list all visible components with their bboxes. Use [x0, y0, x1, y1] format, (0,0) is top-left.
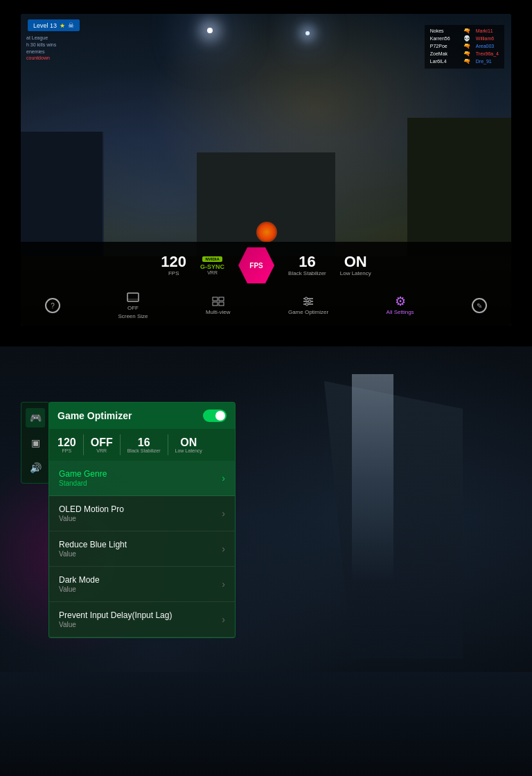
player-name-5: Lar6IL4: [430, 59, 458, 64]
edit-menu-item[interactable]: ✎: [472, 298, 487, 313]
multiview-icon: [211, 296, 225, 307]
waterfall-element: [352, 374, 393, 582]
screen-size-label: Screen Size: [118, 313, 148, 319]
score-row-1: Nokes 🔫 Marki11: [430, 28, 499, 34]
svg-point-8: [305, 297, 308, 300]
score-row-4: ZoeMak 🔫 Trex96a_4: [430, 51, 499, 57]
mini-fps-value: 120: [57, 437, 76, 448]
toggle-switch[interactable]: [203, 409, 227, 422]
black-stabilizer-stat: 16 Black Stabilizer: [288, 254, 326, 276]
edit-icon: ✎: [472, 298, 487, 313]
score-row-5: Lar6IL4 🔫 Dre_91: [430, 58, 499, 64]
player-score-3: Area003: [476, 44, 494, 48]
help-icon: ?: [45, 298, 60, 313]
blue-light-name: Reduce Blue Light: [59, 540, 127, 549]
panel-header: Game Optimizer: [49, 403, 235, 429]
genre-chevron: ›: [222, 473, 225, 484]
fps-label: FPS: [168, 270, 179, 276]
menu-item-input-lag-text: Prevent Input Delay(Input Lag) Value: [59, 610, 172, 628]
dark-mode-chevron: ›: [222, 579, 225, 590]
score-row-3: P72Poe 🔫 Area003: [430, 43, 499, 49]
genre-name: Game Genre: [59, 469, 107, 479]
player-score-4: Trex96a_4: [476, 51, 499, 56]
menu-item-input-lag[interactable]: Prevent Input Delay(Input Lag) Value ›: [49, 602, 235, 637]
mini-fps-label: FPS: [62, 448, 72, 453]
black-stab-value: 16: [299, 254, 315, 270]
ground-2: [0, 672, 532, 776]
screen-size-menu-item[interactable]: OFF Screen Size: [118, 292, 148, 319]
gun-icon-3: 🔫: [463, 43, 470, 49]
player-name-3: P72Poe: [430, 44, 458, 48]
mini-vrr-stat: OFF VRR: [91, 437, 113, 453]
menu-item-dark-mode-text: Dark Mode Value: [59, 575, 100, 593]
fps-hex-button[interactable]: FPS: [238, 247, 274, 283]
settings-menu-item[interactable]: ⚙ All Settings: [387, 296, 414, 315]
fps-hex-label: FPS: [249, 262, 263, 270]
gsync-sub: VRR: [207, 270, 218, 275]
optimizer-menu: Game Genre Standard › OLED Motion Pro Va…: [49, 461, 235, 637]
sidebar-gamepad-icon[interactable]: 🎮: [26, 408, 45, 427]
mini-blackstab-label: Black Stabilizer: [127, 448, 161, 453]
menu-item-dark-mode[interactable]: Dark Mode Value ›: [49, 567, 235, 602]
menu-item-blue-light-text: Reduce Blue Light Value: [59, 540, 127, 558]
gun-icon-1: 🔫: [463, 28, 470, 34]
mini-fps-stat: 120 FPS: [57, 437, 76, 453]
mini-blackstab-value: 16: [138, 437, 150, 448]
menu-item-game-genre[interactable]: Game Genre Standard ›: [49, 461, 235, 496]
sidebar-icons: 🎮 ▣ 🔊: [21, 402, 50, 484]
black-stab-label: Black Stabilizer: [288, 270, 326, 276]
svg-point-10: [305, 303, 308, 306]
player-name-2: Karren56: [430, 36, 458, 41]
blue-light-chevron: ›: [222, 543, 225, 554]
latency-label: Low Latency: [340, 270, 371, 276]
mini-latency-label: Low Latency: [175, 448, 202, 453]
latency-value: ON: [344, 254, 367, 270]
fps-value: 120: [161, 254, 186, 270]
scoreboard: Nokes 🔫 Marki11 Karren56 💀 William6 P72P…: [425, 25, 504, 69]
star-icon: ★: [60, 22, 65, 29]
muzzle-flash: [256, 222, 277, 242]
toggle-knob: [215, 411, 225, 421]
settings-icon: ⚙: [393, 296, 407, 307]
hud-level-badge: Level 13 ★ ☠: [28, 19, 80, 31]
mini-latency-stat: ON Low Latency: [175, 437, 202, 453]
help-menu-item[interactable]: ?: [45, 298, 60, 313]
latency-stat: ON Low Latency: [340, 254, 371, 276]
bottom-menu-bar: ? OFF Screen Size: [31, 289, 501, 322]
hud-top: Level 13 ★ ☠ Nokes 🔫 Marki11 Karren56 💀 …: [21, 19, 511, 31]
divider-3: [168, 434, 168, 455]
score-row-2: Karren56 💀 William6: [430, 35, 499, 42]
player-score-1: Marki11: [476, 28, 493, 33]
settings-label: All Settings: [387, 309, 414, 315]
stats-mini-bar: 120 FPS OFF VRR 16 Black Stabilizer ON L…: [49, 429, 235, 461]
gsync-badge: NVIDIA G-SYNC VRR: [200, 256, 224, 275]
hud-kills-text: h 30 kills wins: [26, 42, 56, 48]
game-screen: at League h 30 kills wins enemies countd…: [21, 14, 511, 326]
svg-rect-2: [219, 297, 224, 301]
optimizer-menu-item[interactable]: Game Optimizer: [288, 296, 328, 315]
multiview-menu-item[interactable]: Multi-view: [206, 296, 231, 315]
gun-icon-2: 💀: [463, 35, 470, 42]
top-game-section: at League h 30 kills wins enemies countd…: [0, 0, 532, 346]
player-score-5: Dre_91: [476, 59, 492, 64]
fps-stats-row: 120 FPS NVIDIA G-SYNC VRR FPS 16 Black S…: [31, 247, 501, 283]
gun-icon-5: 🔫: [463, 58, 470, 64]
oled-chevron: ›: [222, 508, 225, 519]
menu-item-reduce-blue-light[interactable]: Reduce Blue Light Value ›: [49, 531, 235, 567]
hud-left: at League h 30 kills wins enemies countd…: [26, 35, 56, 62]
sidebar-display-icon[interactable]: ▣: [26, 433, 45, 452]
menu-item-oled-motion[interactable]: OLED Motion Pro Value ›: [49, 496, 235, 531]
nvidia-logo: NVIDIA: [202, 256, 222, 262]
hud-league-text: at League: [26, 35, 56, 42]
fps-stat: 120 FPS: [161, 254, 186, 276]
optimizer-label: Game Optimizer: [288, 309, 328, 315]
screen-size-icon: [126, 292, 140, 303]
mini-blackstab-stat: 16 Black Stabilizer: [127, 437, 161, 453]
genre-value: Standard: [59, 479, 107, 487]
panel-title: Game Optimizer: [57, 410, 132, 421]
gsync-text: G-SYNC: [200, 263, 224, 270]
sidebar-volume-icon[interactable]: 🔊: [26, 458, 45, 477]
game-overlay-bar: 120 FPS NVIDIA G-SYNC VRR FPS 16 Black S…: [21, 242, 511, 326]
gun-icon-4: 🔫: [463, 51, 470, 57]
optimizer-panel: Game Optimizer 120 FPS OFF VRR 16 Black …: [48, 402, 236, 638]
